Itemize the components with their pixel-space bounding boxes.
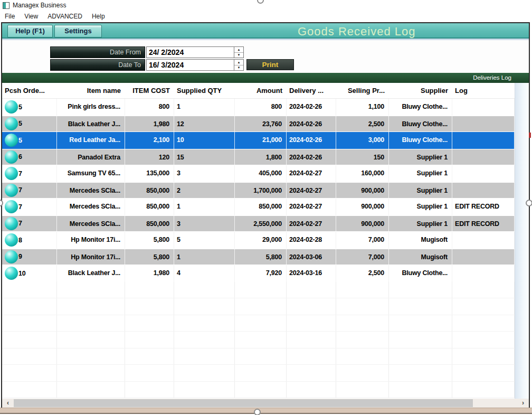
horizontal-scroll-thumb[interactable] [14,399,473,407]
empty-cell [287,298,336,315]
cell-selling-price: 900,000 [336,199,389,215]
cell-log [452,99,515,116]
cell-item-name: Mercedes SCla... [57,199,125,215]
empty-cell [235,365,287,381]
empty-cell [125,332,174,348]
cell-log: EDIT RECORD [452,199,515,215]
vertical-scrollbar[interactable] [515,83,529,399]
date-from-spinner[interactable]: ▲ ▼ [234,47,243,58]
cell-item-cost: 5,800 [125,232,174,249]
record-sphere-icon [5,267,18,280]
table-row[interactable]: 6Panadol Extra120151,8002024-02-26150Sup… [2,149,515,166]
cell-supplied-qty: 1 [174,99,235,116]
cell-supplied-qty: 15 [174,149,235,165]
empty-cell [336,298,389,315]
cell-log [452,132,515,149]
table-row[interactable]: 9Hp Monitor 17i...5,80015,8002024-03-067… [2,249,515,266]
empty-cell [389,315,452,332]
print-button[interactable]: Print [246,59,294,70]
column-header-delivery-date[interactable]: Delivery ... [287,83,336,98]
column-header-item-name[interactable]: Item name [57,83,125,98]
spinner-up-icon[interactable]: ▲ [234,47,243,53]
cell-item-cost: 1,980 [125,116,174,132]
selection-handle-bottom[interactable] [254,409,261,415]
column-header-supplier[interactable]: Supplier [389,83,452,98]
empty-cell [452,348,515,365]
empty-cell [174,332,235,348]
column-header-log[interactable]: Log [452,83,515,98]
date-to-spinner[interactable]: ▲ ▼ [234,60,243,70]
cell-pcsh-order: 5 [2,99,57,116]
scroll-left-icon[interactable]: ‹ [2,399,14,408]
table-row[interactable]: 5Black Leather J...1,9801223,7602024-02-… [2,116,515,133]
table-row[interactable]: 10Black Leather J...1,98047,9202024-03-1… [2,265,515,282]
cell-selling-price: 3,000 [336,132,389,149]
date-from-value[interactable]: 24/ 2/2024 [147,47,234,58]
spinner-up-icon[interactable]: ▲ [234,60,243,65]
cell-selling-price: 150 [336,149,389,165]
table-row[interactable]: 8Hp Monitor 17i...5,800529,0002024-02-28… [2,232,515,249]
spinner-down-icon[interactable]: ▼ [234,65,243,71]
menu-file[interactable]: File [0,11,20,22]
menubar: File View ADVANCED Help [0,11,532,22]
cell-supplier: Supplier 1 [389,149,452,165]
cell-log: EDIT RECORD [452,216,515,232]
tab-settings[interactable]: Settings [54,25,102,37]
empty-cell [336,282,389,298]
cell-log [452,232,515,249]
cell-supplier: Mugisoft [389,249,452,265]
cell-amount: 21,000 [235,132,287,149]
table-row[interactable]: 7Mercedes SCla...850,0001850,0002024-02-… [2,199,515,215]
cell-pcsh-order: 6 [2,149,57,165]
column-header-amount[interactable]: Amount [235,83,287,98]
table-row[interactable]: 7Mercedes SCla...850,00032,550,0002024-0… [2,215,515,232]
column-header-pcsh-order[interactable]: Pcsh Orde... [2,83,57,98]
cell-supplier: Bluwy Clothe... [389,265,452,282]
cell-supplier: Bluwy Clothe... [389,116,452,132]
date-to-field[interactable]: 16/ 3/2024 ▲ ▼ [146,59,244,71]
spinner-down-icon[interactable]: ▼ [234,53,243,58]
empty-cell [2,315,57,332]
table-row[interactable]: 5Pink girls dress...80018002024-02-261,1… [2,99,515,116]
date-from-field[interactable]: 24/ 2/2024 ▲ ▼ [146,46,244,58]
empty-cell [2,382,57,398]
page-title: Goods Received Log [298,25,456,39]
date-from-label: Date From [50,46,145,58]
cell-supplier: Supplier 1 [389,199,452,215]
cell-supplier: Supplier 1 [389,165,452,182]
date-to-value[interactable]: 16/ 3/2024 [147,60,234,70]
menu-advanced[interactable]: ADVANCED [43,11,87,22]
table-row[interactable]: 7Samsung TV 65...135,0003405,0002024-02-… [2,165,515,182]
column-header-selling-price[interactable]: Selling Pr... [336,83,389,98]
tab-help-f1[interactable]: Help (F1) [7,25,53,37]
cell-log [452,265,515,282]
cell-pcsh-order: 10 [2,265,57,282]
empty-table-row [2,365,515,382]
scroll-right-icon[interactable]: › [517,399,529,408]
menu-view[interactable]: View [20,11,43,22]
empty-cell [2,332,57,348]
cell-item-name: Red Leather Ja... [57,132,125,149]
cell-delivery-date: 2024-02-26 [287,132,336,149]
cell-delivery-date: 2024-02-27 [287,199,336,215]
table-row[interactable]: 7Mercedes SCla...850,00021,700,0002024-0… [2,182,515,199]
horizontal-scrollbar[interactable]: ‹ › [2,399,529,408]
cell-supplied-qty: 5 [174,232,235,249]
cell-delivery-date: 2024-02-28 [287,232,336,249]
empty-cell [389,365,452,381]
column-header-item-cost[interactable]: ITEM COST [125,83,174,98]
table-row[interactable]: 5Red Leather Ja...2,1001021,0002024-02-2… [2,132,515,149]
menu-help[interactable]: Help [87,11,110,22]
cell-supplier: Supplier 1 [389,183,452,199]
column-header-supplied-qty[interactable]: Supplied QTY [174,83,235,98]
empty-cell [125,315,174,332]
selection-handle-right[interactable] [526,200,532,206]
empty-cell [57,382,125,398]
cell-amount: 800 [235,99,287,116]
section-bar: Deliveries Log [2,73,529,83]
cell-supplier: Bluwy Clothe... [389,99,452,116]
cell-supplied-qty: 2 [174,183,235,199]
window-titlebar: Managex Business [0,0,532,11]
empty-cell [57,282,125,298]
cell-amount: 29,000 [235,232,287,249]
